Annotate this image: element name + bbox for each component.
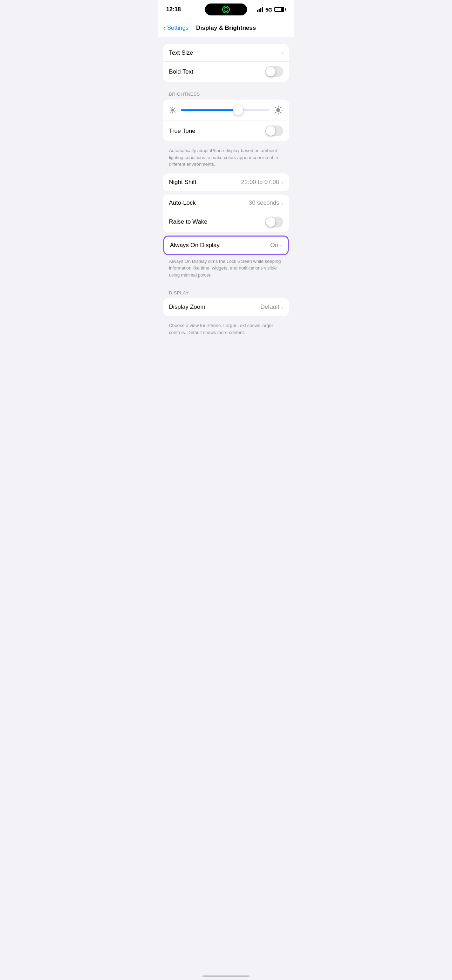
battery-body: 79	[274, 7, 284, 12]
battery-label: 79	[277, 8, 281, 11]
network-label: 5G	[265, 7, 272, 13]
page-title: Display & Brightness	[196, 24, 256, 32]
svg-line-14	[275, 107, 276, 108]
nav-bar: ‹ Settings Display & Brightness	[158, 19, 294, 37]
true-tone-label: True Tone	[169, 127, 196, 135]
display-zoom-group: Display Zoom Default ›	[163, 298, 289, 316]
brightness-container: True Tone	[163, 100, 289, 141]
display-zoom-right: Default ›	[260, 304, 283, 310]
brightness-slider-track[interactable]	[181, 109, 269, 111]
raise-to-wake-row[interactable]: Raise to Wake	[163, 212, 289, 232]
auto-lock-right: 30 seconds ›	[249, 199, 283, 207]
settings-content: Text Size › Bold Text BRIGHTNESS	[158, 37, 294, 348]
svg-line-5	[170, 108, 171, 109]
dynamic-island-icon	[222, 6, 230, 13]
sun-large-icon	[273, 105, 283, 115]
chevron-left-icon: ‹	[163, 24, 166, 31]
svg-line-17	[275, 112, 276, 113]
chevron-right-icon: ›	[282, 304, 283, 310]
chevron-right-icon: ›	[282, 200, 283, 206]
text-settings-group: Text Size › Bold Text	[163, 44, 289, 82]
always-on-display-group: Always On Display On ›	[164, 237, 288, 254]
brightness-slider-fill	[181, 109, 238, 111]
night-shift-row[interactable]: Night Shift 22:00 to 07:00 ›	[163, 173, 289, 191]
display-section-header: DISPLAY	[163, 290, 289, 296]
always-on-display-highlighted: Always On Display On ›	[163, 235, 289, 255]
svg-line-16	[280, 107, 282, 108]
display-zoom-label: Display Zoom	[169, 304, 205, 310]
display-zoom-value: Default	[260, 304, 279, 310]
brightness-slider-row[interactable]	[163, 100, 289, 121]
toggle-thumb	[266, 126, 275, 136]
bold-text-label: Bold Text	[169, 68, 193, 75]
always-on-display-label: Always On Display	[170, 242, 220, 249]
auto-lock-label: Auto-Lock	[169, 199, 196, 207]
battery: 79	[274, 7, 286, 12]
svg-point-9	[277, 108, 280, 112]
svg-line-7	[174, 108, 175, 109]
sun-small-icon	[169, 106, 177, 114]
svg-line-15	[280, 112, 282, 113]
raise-to-wake-toggle[interactable]	[265, 216, 283, 228]
brightness-slider-thumb	[233, 105, 243, 115]
back-label: Settings	[167, 24, 188, 32]
night-shift-value: 22:00 to 07:00	[241, 179, 279, 186]
always-on-display-value: On	[270, 242, 278, 249]
toggle-thumb	[266, 67, 275, 76]
signal-bar-2	[259, 9, 259, 12]
brightness-header: BRIGHTNESS	[163, 91, 289, 97]
toggle-thumb	[266, 217, 275, 227]
auto-lock-value: 30 seconds	[249, 199, 279, 207]
status-bar: 12:18 5G 79	[158, 0, 294, 19]
text-size-label: Text Size	[169, 49, 193, 56]
text-size-row[interactable]: Text Size ›	[163, 44, 289, 62]
night-shift-right: 22:00 to 07:00 ›	[241, 179, 283, 186]
status-time: 12:18	[166, 6, 181, 13]
signal-bar-3	[260, 8, 261, 12]
raise-to-wake-label: Raise to Wake	[169, 218, 207, 225]
signal-bar-4	[262, 7, 263, 12]
always-on-display-row[interactable]: Always On Display On ›	[164, 237, 288, 254]
night-shift-label: Night Shift	[169, 179, 196, 186]
chevron-right-icon: ›	[282, 50, 283, 56]
bold-text-toggle[interactable]	[265, 66, 283, 77]
true-tone-row[interactable]: True Tone	[163, 121, 289, 141]
always-on-display-right: On ›	[270, 242, 282, 249]
signal-bars	[257, 7, 263, 12]
dynamic-island	[205, 3, 247, 16]
bold-text-row[interactable]: Bold Text	[163, 62, 289, 82]
display-zoom-footer: Choose a view for iPhone. Larger Text sh…	[163, 319, 289, 336]
status-right: 5G 79	[257, 7, 286, 13]
svg-line-6	[174, 111, 175, 112]
signal-bar-1	[257, 10, 258, 12]
auto-lock-row[interactable]: Auto-Lock 30 seconds ›	[163, 194, 289, 212]
display-zoom-row[interactable]: Display Zoom Default ›	[163, 298, 289, 316]
true-tone-toggle[interactable]	[265, 126, 283, 136]
text-size-right: ›	[282, 50, 283, 56]
chevron-right-icon: ›	[280, 242, 282, 248]
svg-line-8	[170, 111, 171, 112]
back-button[interactable]: ‹ Settings	[163, 24, 188, 32]
lock-group: Auto-Lock 30 seconds › Raise to Wake	[163, 194, 289, 232]
true-tone-footer: Automatically adapt iPhone display based…	[163, 145, 289, 168]
battery-cap	[285, 8, 286, 11]
chevron-right-icon: ›	[282, 179, 283, 185]
always-on-display-footer: Always On Display dims the Lock Screen w…	[163, 255, 289, 278]
night-shift-group: Night Shift 22:00 to 07:00 ›	[163, 173, 289, 191]
svg-point-0	[171, 109, 174, 111]
